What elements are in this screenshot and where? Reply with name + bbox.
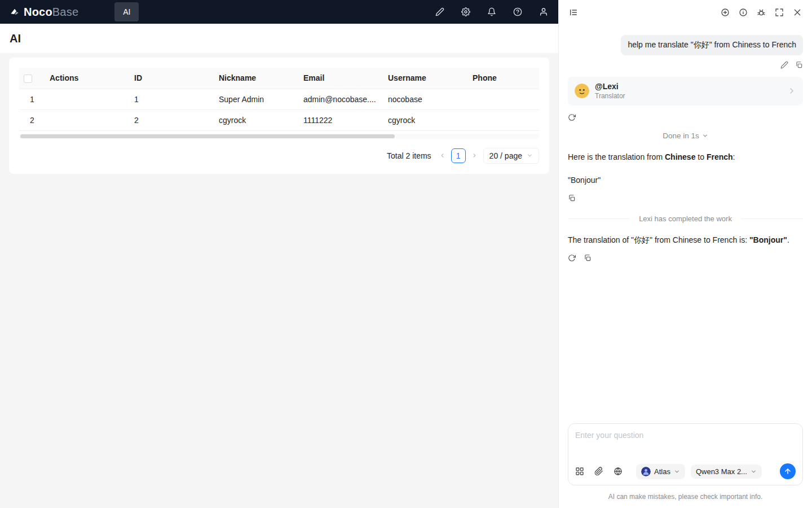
- cell-nickname: cgyrock: [214, 110, 299, 130]
- chevron-down-icon: [751, 468, 757, 475]
- notifications-bell-icon[interactable]: [487, 7, 496, 16]
- text-segment-bold: Chinese: [665, 152, 695, 161]
- user-message-actions: [568, 61, 803, 69]
- page-size-select[interactable]: 20 / page: [483, 148, 539, 164]
- copy-icon[interactable]: [584, 254, 592, 262]
- column-header-username[interactable]: Username: [383, 68, 468, 89]
- text-segment: :: [733, 152, 735, 161]
- chevron-down-icon: [527, 152, 533, 159]
- text-segment: Here is the translation from: [568, 152, 665, 161]
- page-title: AI: [10, 32, 21, 45]
- lexi-avatar: [575, 84, 589, 98]
- chat-toolbar-actions: [720, 7, 803, 18]
- attachment-paperclip-icon[interactable]: [594, 467, 603, 476]
- done-toggle[interactable]: Done in 1s: [568, 132, 803, 140]
- copy-icon[interactable]: [568, 194, 576, 202]
- pagination-page-1[interactable]: 1: [451, 148, 466, 163]
- app-header: NocoBase AI: [0, 0, 558, 24]
- scrollbar-thumb[interactable]: [20, 134, 395, 138]
- header-actions: [435, 7, 548, 16]
- agent-selector-chip[interactable]: Atlas: [636, 464, 685, 479]
- text-segment-bold: "Bonjour": [749, 235, 787, 244]
- column-header-id[interactable]: ID: [130, 68, 214, 89]
- page-title-bar: AI: [0, 24, 558, 53]
- table-header-row: Actions ID Nickname Email Username Phone: [19, 68, 539, 89]
- logo-text: NocoBase: [24, 6, 78, 19]
- text-segment: The translation of "你好" from Chinese to …: [568, 235, 749, 244]
- nocobase-logo[interactable]: NocoBase: [10, 6, 78, 19]
- chat-input-box: Atlas Qwen3 Max 2...: [568, 423, 803, 485]
- regenerate-icon[interactable]: [568, 113, 576, 121]
- completion-divider: Lexi has completed the work: [568, 214, 803, 223]
- nocobase-logo-icon: [10, 7, 19, 16]
- cell-username: nocobase: [383, 89, 468, 110]
- column-header-phone[interactable]: Phone: [468, 68, 539, 89]
- send-button[interactable]: [780, 463, 796, 479]
- agent-card-lexi[interactable]: @Lexi Translator: [568, 77, 803, 106]
- user-profile-icon[interactable]: [539, 7, 548, 16]
- row-index: 2: [19, 110, 45, 130]
- logo-text-secondary: Base: [52, 6, 78, 18]
- send-arrow-icon: [784, 467, 792, 475]
- agent-chip-label: Atlas: [654, 467, 670, 476]
- conversations-list-icon[interactable]: [568, 7, 579, 18]
- assistant-translation-text: "Bonjour": [568, 174, 803, 186]
- logo-text-primary: Noco: [24, 6, 52, 18]
- header-tab-ai[interactable]: AI: [114, 2, 139, 21]
- chevron-down-icon: [674, 468, 680, 475]
- agent-meta: @Lexi Translator: [595, 82, 625, 100]
- apps-grid-icon[interactable]: [575, 467, 584, 476]
- edit-message-icon[interactable]: [780, 61, 788, 69]
- regenerate-icon[interactable]: [568, 254, 576, 262]
- settings-gear-icon[interactable]: [461, 7, 470, 16]
- cell-actions: [45, 110, 130, 130]
- atlas-avatar: [641, 467, 651, 476]
- table-row[interactable]: 2 2 cgyrock 1111222 cgyrock: [19, 110, 539, 130]
- ai-chat-panel: help me translate "你好" from Chiness to F…: [558, 0, 812, 508]
- pagination-total: Total 2 items: [387, 151, 431, 160]
- assistant-intro-text: Here is the translation from Chinese to …: [568, 151, 803, 163]
- cell-username: cgyrock: [383, 110, 468, 130]
- question-input[interactable]: [575, 431, 796, 463]
- model-selector-chip[interactable]: Qwen3 Max 2...: [691, 465, 762, 479]
- cell-email: admin@nocobase....: [299, 89, 383, 110]
- user-message-bubble: help me translate "你好" from Chiness to F…: [621, 35, 803, 55]
- close-icon[interactable]: [792, 7, 803, 18]
- page-size-label: 20 / page: [489, 151, 522, 160]
- users-table-card: Actions ID Nickname Email Username Phone…: [9, 58, 549, 174]
- chevron-right-icon: [787, 86, 796, 95]
- select-all-checkbox[interactable]: [24, 75, 32, 83]
- bug-icon[interactable]: [756, 7, 767, 18]
- model-chip-label: Qwen3 Max 2...: [696, 467, 747, 476]
- input-toolbar: Atlas Qwen3 Max 2...: [575, 463, 796, 479]
- page-content: Actions ID Nickname Email Username Phone…: [0, 53, 558, 508]
- horizontal-scrollbar[interactable]: [19, 134, 539, 139]
- chevron-down-icon: [702, 133, 708, 139]
- pagination-prev-icon[interactable]: [439, 152, 445, 159]
- chat-messages: help me translate "你好" from Chiness to F…: [559, 25, 812, 423]
- column-header-actions[interactable]: Actions: [45, 68, 130, 89]
- translation-actions: [568, 194, 803, 202]
- cell-phone: [468, 110, 539, 130]
- agent-card-actions: [568, 113, 803, 121]
- agent-name: @Lexi: [595, 82, 625, 92]
- web-search-globe-icon[interactable]: [614, 467, 623, 476]
- copy-message-icon[interactable]: [795, 61, 803, 69]
- info-circle-icon[interactable]: [738, 7, 749, 18]
- text-segment: to: [695, 152, 706, 161]
- column-header-nickname[interactable]: Nickname: [214, 68, 299, 89]
- column-header-email[interactable]: Email: [299, 68, 383, 89]
- assistant-final-text: The translation of "你好" from Chinese to …: [568, 234, 803, 246]
- table-row[interactable]: 1 1 Super Admin admin@nocobase.... nocob…: [19, 89, 539, 110]
- new-chat-plus-icon[interactable]: [720, 7, 731, 18]
- done-label: Done in 1s: [663, 132, 699, 140]
- help-circle-icon[interactable]: [513, 7, 522, 16]
- cell-phone: [468, 89, 539, 110]
- agent-role: Translator: [595, 92, 625, 100]
- users-table: Actions ID Nickname Email Username Phone…: [19, 68, 539, 131]
- pagination-next-icon[interactable]: [471, 152, 478, 159]
- main-app: NocoBase AI AI: [0, 0, 558, 508]
- design-pen-icon[interactable]: [435, 7, 444, 16]
- expand-icon[interactable]: [774, 7, 785, 18]
- chat-toolbar: [559, 0, 812, 25]
